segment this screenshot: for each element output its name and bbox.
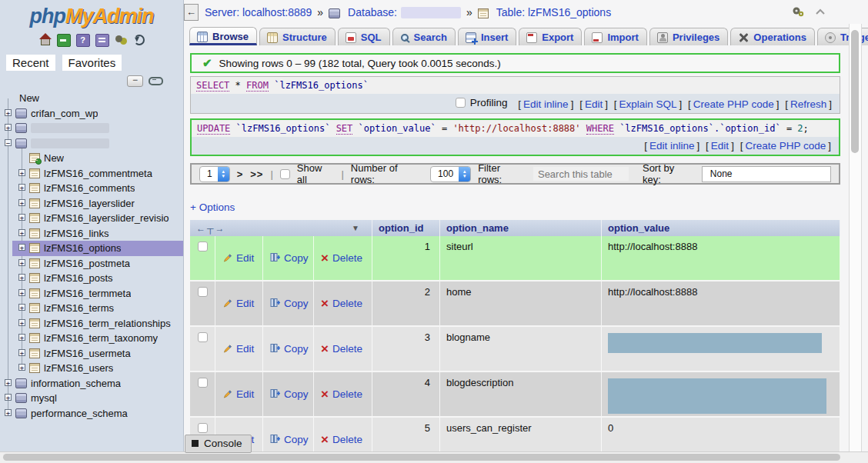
breadcrumb-table-link[interactable]: Table: lzFMS16_options [496,6,611,18]
tree-item-redacted[interactable]: − [0,136,183,152]
column-move-arrows[interactable]: ←┬→ [196,223,226,234]
copy-link[interactable]: Copy [284,298,309,309]
copy-link[interactable]: Copy [284,252,309,264]
edit-inline-link[interactable]: Edit inline [523,98,569,110]
breadcrumb-database-link[interactable]: Database: [348,6,397,18]
tree-item-redacted[interactable]: + [0,121,183,136]
tree-expander[interactable]: + [18,304,25,311]
console-button[interactable]: Console [185,435,252,453]
delete-link[interactable]: Delete [332,252,362,264]
phpmyadmin-logo[interactable]: phpMyAdmin [0,0,183,28]
tree-expander[interactable]: + [18,184,25,191]
tree-expander[interactable]: − [5,139,12,146]
tree-item-lzfms16_commentmeta[interactable]: + lzFMS16_commentmeta [0,166,183,182]
tree-expander[interactable]: + [18,319,25,326]
query-window-icon[interactable] [95,34,109,47]
tree-item-information_schema[interactable]: + information_schema [0,376,183,391]
tree-expander[interactable]: + [5,394,12,401]
tree-item-new[interactable]: New [0,91,183,106]
profiling-checkbox[interactable] [456,98,466,108]
tree-expander[interactable]: + [18,274,25,281]
options-toggle-link[interactable]: + Options [190,202,235,213]
tree-item-lzfms16_users[interactable]: + lzFMS16_users [0,361,183,376]
delete-link[interactable]: Delete [332,388,362,400]
tree-expander[interactable]: + [18,229,25,236]
create-php-code-link[interactable]: Create PHP code [693,98,774,110]
tree-item-lzfms16_term_relationships[interactable]: + lzFMS16_term_relationships [0,316,183,331]
tree-item-lzfms16_usermeta[interactable]: + lzFMS16_usermeta [0,346,183,361]
tab-structure[interactable]: Structure [259,28,336,45]
tree-expander[interactable]: + [18,244,25,251]
column-header-option-name[interactable]: option_name [440,220,602,236]
last-page-button[interactable]: >> [250,168,263,180]
tab-search[interactable]: Search [392,28,456,45]
horizontal-scrollbar-thumb[interactable] [3,454,840,461]
tree-item-lzfms16_terms[interactable]: + lzFMS16_terms [0,301,183,316]
collapse-up-icon[interactable] [814,7,826,16]
logout-icon[interactable] [57,34,71,47]
tree-item-lzfms16_options[interactable]: + lzFMS16_options [12,241,183,256]
column-header-option-id[interactable]: option_id [372,220,440,236]
row-checkbox[interactable] [198,287,208,297]
copy-link[interactable]: Copy [284,388,309,400]
tree-expander[interactable]: + [5,409,12,416]
help-icon[interactable] [76,34,90,47]
page-settings-gears-icon[interactable] [791,5,805,18]
tab-insert[interactable]: Insert [458,28,516,45]
favorites-tab[interactable]: Favorites [62,55,122,71]
tab-export[interactable]: Export [519,28,582,45]
tree-expander[interactable]: + [18,259,25,266]
column-header-option-value[interactable]: option_value [602,220,840,236]
tree-expander[interactable]: + [18,334,25,341]
row-checkbox[interactable] [198,332,208,342]
tree-item-lzfms16_posts[interactable]: + lzFMS16_posts [0,271,183,286]
row-checkbox[interactable] [198,423,208,433]
breadcrumb-server-link[interactable]: Server: localhost:8889 [205,6,312,18]
tree-item-lzfms16_links[interactable]: + lzFMS16_links [0,226,183,241]
vertical-scrollbar-thumb[interactable] [851,30,859,153]
edit-link[interactable]: Edit [236,388,254,400]
tree-expander[interactable]: + [5,379,12,386]
tree-expander[interactable]: + [18,169,25,176]
settings-gears-icon[interactable] [115,34,127,45]
refresh-link[interactable]: Refresh [790,98,826,110]
show-all-checkbox[interactable] [280,169,290,179]
edit-link[interactable]: Edit [236,252,254,264]
tree-item-lzfms16_layerslider_revisio[interactable]: + lzFMS16_layerslider_revisio [0,211,183,226]
tree-expander[interactable]: + [18,289,25,296]
table-search-input[interactable] [533,167,629,181]
tab-operations[interactable]: Operations [730,28,815,45]
tree-item-new[interactable]: New [0,151,183,166]
edit-link[interactable]: Edit [236,343,254,355]
tree-item-crifan_com_wp[interactable]: + crifan_com_wp [0,106,183,122]
tree-expander[interactable]: + [18,349,25,356]
create-php-code-link[interactable]: Create PHP code [745,140,826,152]
tree-expander[interactable]: + [18,199,25,206]
tree-item-lzfms16_term_taxonomy[interactable]: + lzFMS16_term_taxonomy [0,331,183,346]
sort-by-key-select[interactable]: None [702,166,831,182]
home-icon[interactable] [39,34,52,45]
row-checkbox[interactable] [198,378,208,388]
tab-import[interactable]: Import [584,28,646,45]
row-checkbox[interactable] [198,241,208,251]
tab-privileges[interactable]: Privileges [649,28,728,45]
tree-item-lzfms16_layerslider[interactable]: + lzFMS16_layerslider [0,196,183,212]
tree-expander[interactable]: + [5,124,12,131]
copy-link[interactable]: Copy [284,434,309,445]
panel-collapse-button[interactable]: ← [184,4,199,21]
explain-sql-link[interactable]: Explain SQL [619,98,677,110]
number-of-rows-select[interactable]: 100 [430,166,471,182]
tab-sql[interactable]: SQL [338,28,390,45]
edit-link[interactable]: Edit [585,98,603,110]
tree-expander[interactable]: + [18,364,25,371]
edit-link[interactable]: Edit [236,298,254,309]
copy-link[interactable]: Copy [284,343,309,355]
next-page-button[interactable]: > [237,168,244,180]
tree-item-lzfms16_comments[interactable]: + lzFMS16_comments [0,181,183,196]
tree-item-performance_schema[interactable]: + performance_schema [0,406,183,421]
delete-link[interactable]: Delete [332,343,362,355]
link-with-main-panel-icon[interactable] [149,77,163,85]
edit-inline-link[interactable]: Edit inline [649,140,695,152]
tree-expander[interactable]: + [5,109,12,116]
recent-tab[interactable]: Recent [6,55,55,71]
